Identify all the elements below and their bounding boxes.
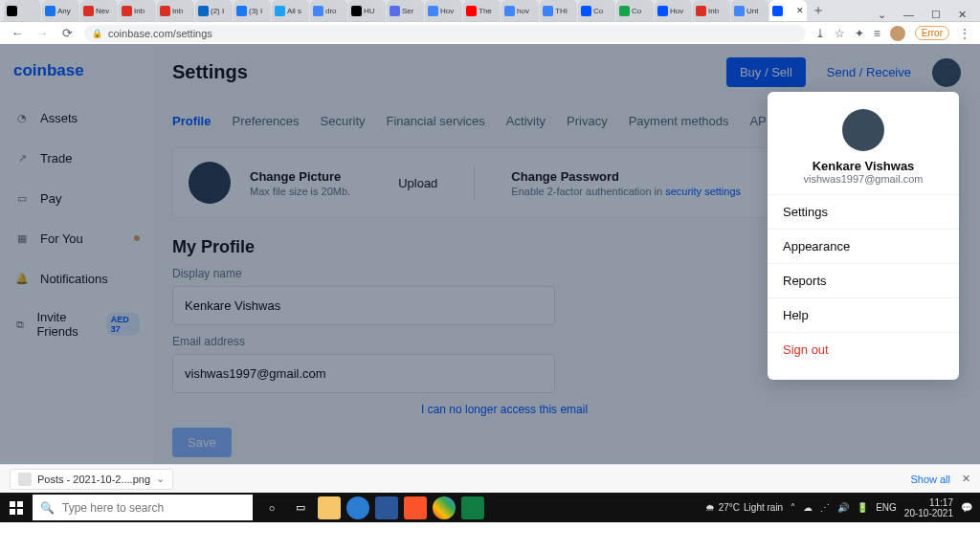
browser-tab[interactable]: Hov bbox=[655, 0, 692, 21]
sidebar-item[interactable]: ▭Pay bbox=[8, 178, 145, 218]
tab-profile[interactable]: Profile bbox=[172, 108, 211, 134]
taskbar-apps: ○ ▭ bbox=[260, 496, 484, 519]
browser-tab[interactable]: Co bbox=[578, 0, 615, 21]
maximize-icon[interactable]: ☐ bbox=[931, 9, 941, 21]
chevron-down-icon[interactable]: ⌄ bbox=[156, 473, 165, 485]
tab-security[interactable]: Security bbox=[321, 108, 366, 134]
sidebar-item[interactable]: ▦For You bbox=[8, 218, 145, 258]
wifi-icon[interactable]: ⋰ bbox=[820, 502, 830, 513]
tab-preferences[interactable]: Preferences bbox=[232, 108, 299, 134]
profile-picture bbox=[189, 162, 231, 204]
svg-rect-3 bbox=[17, 509, 23, 515]
popover-item-reports[interactable]: Reports bbox=[768, 263, 959, 298]
menu-icon[interactable]: ≡ bbox=[874, 27, 880, 40]
browser-tab[interactable]: (2) I bbox=[195, 0, 233, 21]
popover-avatar bbox=[842, 109, 884, 151]
signout-button[interactable]: Sign out bbox=[768, 332, 959, 366]
save-button[interactable]: Save bbox=[172, 428, 232, 457]
taskview-icon[interactable]: ▭ bbox=[289, 496, 312, 519]
browser-tab[interactable]: All s bbox=[272, 0, 309, 21]
new-tab-button[interactable]: ＋ bbox=[808, 0, 829, 21]
email-input[interactable] bbox=[172, 354, 555, 393]
browser-tab[interactable]: Inb bbox=[157, 0, 194, 21]
notifications-icon[interactable]: 💬 bbox=[961, 502, 972, 513]
taskbar: 🔍 Type here to search ○ ▭ 🌧 27°C Light r… bbox=[0, 493, 980, 522]
sidebar-item[interactable]: ↗Trade bbox=[8, 138, 145, 178]
upload-button[interactable]: Upload bbox=[398, 176, 437, 190]
error-pill[interactable]: Error bbox=[915, 26, 949, 40]
browser-tab[interactable]: Ser bbox=[387, 0, 424, 21]
clock[interactable]: 11:17 20-10-2021 bbox=[904, 497, 953, 518]
no-access-link[interactable]: I can no longer access this email bbox=[421, 403, 961, 416]
popover-item-help[interactable]: Help bbox=[768, 298, 959, 332]
weather-icon: 🌧 bbox=[705, 502, 715, 513]
browser-tab[interactable]: (3) I bbox=[234, 0, 271, 21]
sidebar-item[interactable]: ⧉Invite FriendsAED 37 bbox=[8, 298, 145, 350]
start-button[interactable] bbox=[0, 493, 33, 522]
browser-tab[interactable]: THI bbox=[540, 0, 577, 21]
browser-tab[interactable]: ✕ bbox=[769, 0, 807, 21]
system-tray: 🌧 27°C Light rain ˄ ☁ ⋰ 🔊 🔋 ENG 11:17 20… bbox=[698, 497, 980, 518]
back-icon[interactable]: ← bbox=[10, 26, 25, 40]
sidebar-item[interactable]: ◔Assets bbox=[8, 98, 145, 138]
star-icon[interactable]: ☆ bbox=[835, 27, 845, 40]
show-all-link[interactable]: Show all bbox=[910, 474, 950, 485]
close-shelf-icon[interactable]: ✕ bbox=[962, 473, 970, 485]
tab-payment-methods[interactable]: Payment methods bbox=[629, 108, 729, 134]
popover-item-appearance[interactable]: Appearance bbox=[768, 229, 959, 263]
popover-item-settings[interactable]: Settings bbox=[768, 194, 959, 229]
taskbar-search[interactable]: 🔍 Type here to search bbox=[33, 495, 253, 520]
language-indicator[interactable]: ENG bbox=[876, 502, 897, 513]
browser-tab[interactable]: The bbox=[463, 0, 501, 21]
browser-tab[interactable]: Unt bbox=[731, 0, 768, 21]
weather-widget[interactable]: 🌧 27°C Light rain bbox=[705, 502, 783, 513]
security-settings-link[interactable]: security settings bbox=[665, 186, 741, 197]
browser-tab[interactable]: Nev bbox=[80, 0, 118, 21]
brave-icon[interactable] bbox=[404, 496, 427, 519]
download-shelf: Posts - 2021-10-2....png ⌄ Show all ✕ bbox=[0, 464, 980, 493]
tab-privacy[interactable]: Privacy bbox=[567, 108, 608, 134]
download-item[interactable]: Posts - 2021-10-2....png ⌄ bbox=[10, 469, 173, 490]
url-input[interactable]: 🔒 coinbase.com/settings bbox=[84, 25, 806, 42]
forward-icon[interactable]: → bbox=[34, 26, 50, 40]
sidebar-icon: ⧉ bbox=[13, 316, 27, 333]
send-receive-button[interactable]: Send / Receive bbox=[817, 57, 921, 87]
profile-chip[interactable] bbox=[890, 26, 905, 41]
volume-icon[interactable]: 🔊 bbox=[837, 502, 849, 513]
browser-tab[interactable]: Inb bbox=[119, 0, 156, 21]
sidebar-icon: ▭ bbox=[13, 189, 31, 207]
browser-tab[interactable]: Co bbox=[616, 0, 654, 21]
excel-icon[interactable] bbox=[461, 496, 484, 519]
tab-activity[interactable]: Activity bbox=[506, 108, 546, 134]
explorer-icon[interactable] bbox=[318, 496, 341, 519]
display-name-input[interactable] bbox=[172, 286, 555, 325]
reload-icon[interactable]: ⟳ bbox=[59, 26, 75, 40]
browser-tab[interactable] bbox=[4, 0, 41, 21]
chevron-down-icon[interactable]: ⌄ bbox=[878, 9, 886, 21]
browser-tab[interactable]: hov bbox=[501, 0, 539, 21]
minimize-icon[interactable]: — bbox=[903, 9, 914, 21]
buy-sell-button[interactable]: Buy / Sell bbox=[726, 57, 806, 87]
tab-financial-services[interactable]: Financial services bbox=[387, 108, 485, 134]
browser-chrome: AnyNevInbInb(2) I(3) IAll sdroHUSerHovTh… bbox=[0, 0, 980, 44]
sidebar-item[interactable]: 🔔Notifications bbox=[8, 258, 145, 298]
avatar[interactable] bbox=[932, 58, 961, 87]
browser-tab[interactable]: Hov bbox=[425, 0, 462, 21]
close-icon[interactable]: ✕ bbox=[958, 9, 967, 21]
browser-tab[interactable]: Inb bbox=[693, 0, 730, 21]
extensions-icon[interactable]: ✦ bbox=[855, 27, 864, 40]
kebab-icon[interactable]: ⋮ bbox=[959, 27, 970, 40]
tray-chevron-icon[interactable]: ˄ bbox=[791, 502, 795, 513]
word-icon[interactable] bbox=[375, 496, 398, 519]
browser-tab[interactable]: Any bbox=[42, 0, 79, 21]
install-icon[interactable]: ⤓ bbox=[815, 27, 825, 40]
edge-icon[interactable] bbox=[346, 496, 369, 519]
cortana-icon[interactable]: ○ bbox=[260, 496, 283, 519]
onedrive-icon[interactable]: ☁ bbox=[803, 502, 813, 513]
battery-icon[interactable]: 🔋 bbox=[857, 502, 868, 513]
browser-tab[interactable]: dro bbox=[310, 0, 347, 21]
logo[interactable]: coinbase bbox=[8, 57, 145, 98]
browser-tab[interactable]: HU bbox=[348, 0, 386, 21]
chrome-icon[interactable] bbox=[433, 496, 456, 519]
download-filename: Posts - 2021-10-2....png bbox=[37, 474, 150, 485]
